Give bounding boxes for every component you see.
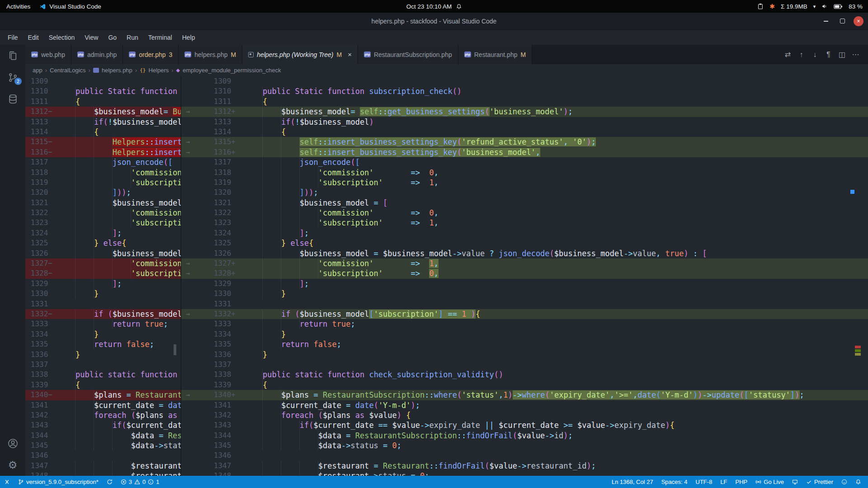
split-editor-icon[interactable]: ◫ (836, 50, 848, 59)
code-line[interactable]: 1334 } (181, 329, 868, 339)
code-line[interactable]: 1335 return false; (25, 339, 181, 349)
settings-gear-icon[interactable]: ⚙ (0, 454, 25, 476)
code-line[interactable]: 1340+→ $plans = RestaurantSubscription::… (181, 390, 868, 400)
status-prettier[interactable]: Prettier (802, 476, 837, 488)
code-line[interactable]: 1320 ])); (181, 188, 868, 197)
code-line[interactable]: 1321 $business_model = [ (181, 198, 868, 208)
code-line[interactable]: 1345 $data->status = 0; (181, 441, 868, 450)
code-line[interactable]: 1332− if ($business_model['subscription'… (25, 309, 181, 319)
open-changes-icon[interactable]: ⇄ (782, 50, 794, 59)
code-line[interactable]: 1344 $data = RestaurantSubscription::fin… (25, 431, 181, 441)
code-line[interactable]: 1330 } (181, 289, 868, 299)
code-line[interactable]: 1313 if(!$business_model) (181, 117, 868, 127)
status-cursor-position[interactable]: Ln 1368, Col 27 (608, 476, 657, 488)
clock-menu[interactable]: Oct 23 10:10 AM (406, 3, 462, 10)
code-line[interactable]: 1331 (25, 299, 181, 309)
menu-help[interactable]: Help (177, 30, 200, 45)
code-line[interactable]: 1344 $data = RestaurantSubscription::fin… (181, 431, 868, 441)
status-problems[interactable]: 301 (117, 476, 164, 488)
activities-button[interactable]: Activities (6, 3, 30, 10)
network-speed-label[interactable]: Σ 19.9MB (781, 3, 807, 10)
code-line[interactable]: 1323 'subscription' => 1, (25, 218, 181, 228)
code-line[interactable]: 1329 ]; (25, 279, 181, 289)
status-feedback[interactable] (837, 476, 851, 488)
code-line[interactable]: 1346 (25, 450, 181, 460)
code-line[interactable]: 1333 return true; (181, 319, 868, 329)
menu-go[interactable]: Go (103, 30, 122, 45)
code-line[interactable]: 1339 { (25, 380, 181, 390)
code-line[interactable]: 1347 $restaurant = Restaurant::findOrFai… (25, 461, 181, 471)
code-line[interactable]: 1328+→ 'subscription' => 0, (181, 268, 868, 278)
tab-close-icon[interactable]: × (348, 51, 352, 58)
code-line[interactable]: 1314 { (25, 127, 181, 137)
status-indentation[interactable]: Spaces: 4 (657, 476, 692, 488)
code-line[interactable]: 1330 } (25, 289, 181, 299)
code-line[interactable]: 1342 foreach ($plans as $value) { (181, 410, 868, 420)
code-line[interactable]: 1334 } (25, 329, 181, 339)
code-line[interactable]: 1317 json_encode([ (181, 157, 868, 167)
breadcrumb-item[interactable]: Helpers (148, 67, 169, 74)
volume-icon[interactable] (821, 3, 828, 9)
code-line[interactable]: 1315+→ self::insert_business_settings_ke… (181, 137, 868, 147)
accounts-icon[interactable] (0, 432, 25, 454)
code-line[interactable]: 1316− Helpers::insert_business_settings_… (25, 147, 181, 157)
more-actions-icon[interactable]: ⋯ (849, 50, 862, 59)
code-line[interactable]: 1327− 'commission' => 0, (25, 258, 181, 268)
code-line[interactable]: 1348 $restaurant->status = 0; (25, 471, 181, 476)
code-line[interactable]: 1329 ]; (181, 279, 868, 289)
breadcrumb-item[interactable]: CentralLogics (50, 67, 86, 74)
breadcrumb-item[interactable]: app (33, 67, 42, 74)
code-line[interactable]: 1326 $business_model = $business_model->… (25, 249, 181, 258)
code-line[interactable]: 1311 { (181, 97, 868, 107)
code-line[interactable]: 1327+→ 'commission' => 1, (181, 258, 868, 268)
code-line[interactable]: 1326 $business_model = $business_model->… (181, 249, 868, 258)
status-notifications[interactable] (851, 476, 865, 488)
code-line[interactable]: 1309 (25, 76, 181, 86)
status-remote[interactable] (0, 476, 14, 488)
focused-app-indicator[interactable]: Visual Studio Code (39, 3, 101, 10)
code-line[interactable]: 1348 $restaurant->status = 0; (181, 471, 868, 476)
next-change-icon[interactable]: ↓ (809, 51, 821, 59)
code-line[interactable]: 1343 if($current_date == $value->expiry_… (25, 420, 181, 430)
tab-restaurant-php[interactable]: phpRestaurant.phpM (458, 45, 532, 64)
left-pane-scrollbar[interactable] (174, 344, 176, 355)
code-line[interactable]: 1316+→ self::insert_business_settings_ke… (181, 147, 868, 157)
screenshot-tool-icon[interactable]: ✱ (769, 3, 775, 9)
code-line[interactable]: 1320 ])); (25, 188, 181, 197)
code-line[interactable]: 1318 'commission' => 0, (181, 168, 868, 178)
menu-run[interactable]: Run (122, 30, 143, 45)
code-line[interactable]: 1335 return false; (181, 339, 868, 349)
tab-helpers-php-working-tree-[interactable]: helpers.php (Working Tree)M× (242, 45, 358, 64)
code-line[interactable]: 1341 $current_date = date('Y-m-d'); (181, 400, 868, 410)
explorer-icon[interactable] (0, 45, 25, 66)
code-line[interactable]: 1324 ]; (25, 228, 181, 238)
code-line[interactable]: 1309 (181, 76, 868, 86)
code-line[interactable]: 1333 return true; (25, 319, 181, 329)
code-line[interactable]: 1331 (181, 299, 868, 309)
render-whitespace-icon[interactable]: ¶ (822, 51, 835, 59)
code-line[interactable]: 1340− $plans = RestaurantSubscription::w… (25, 390, 181, 400)
code-line[interactable]: 1346 (181, 450, 868, 460)
tab-order-php[interactable]: phporder.php3 (123, 45, 179, 64)
tab-admin-php[interactable]: phpadmin.php (71, 45, 123, 64)
code-line[interactable]: 1337 (25, 360, 181, 370)
code-line[interactable]: 1341 $current_date = date('Y-m-d'); (25, 400, 181, 410)
code-line[interactable]: 1337 (181, 360, 868, 370)
menu-edit[interactable]: Edit (23, 30, 44, 45)
code-line[interactable]: 1339 { (181, 380, 868, 390)
code-line[interactable]: 1345 $data->status = 0; (25, 441, 181, 450)
database-icon[interactable] (0, 88, 25, 110)
breadcrumb-item[interactable]: helpers.php (102, 67, 132, 74)
status-branch[interactable]: version_5.9.0_subscription* (14, 476, 103, 488)
close-button[interactable]: × (854, 16, 863, 26)
code-line[interactable]: 1319 'subscription' => 1, (25, 178, 181, 188)
source-control-icon[interactable]: 2 (0, 66, 25, 88)
breadcrumb-item[interactable]: employee_module_permission_check (183, 67, 281, 74)
code-line[interactable]: 1321 $business_model = [ (25, 198, 181, 208)
code-line[interactable]: 1322 'commission' => 0, (25, 208, 181, 218)
code-line[interactable]: 1322 'commission' => 0, (181, 208, 868, 218)
clipboard-icon[interactable] (757, 3, 764, 9)
menu-terminal[interactable]: Terminal (143, 30, 177, 45)
code-line[interactable]: 1311 { (25, 97, 181, 107)
status-sync[interactable] (103, 476, 117, 488)
